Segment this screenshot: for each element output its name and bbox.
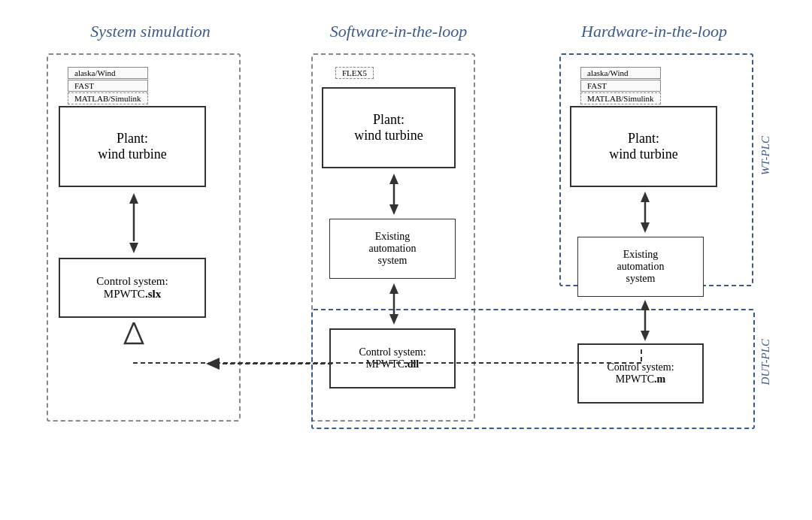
bottom-line-svg <box>133 349 644 372</box>
col1-control-line1: Control system: <box>96 275 168 288</box>
col1-plant-box: Plant: wind turbine <box>59 106 206 187</box>
col3-arrow-plant-auto <box>635 192 656 236</box>
diagram-container: System simulation Software-in-the-loop H… <box>23 16 789 504</box>
col3-auto-line3: system <box>626 273 656 285</box>
col1-label-stack: alaska/Wind FAST MATLAB/Simulink <box>68 67 148 104</box>
col1-label-matlab: MATLAB/Simulink <box>68 92 148 104</box>
col1-arrow-svg <box>123 193 144 253</box>
header-col3: Hardware-in-the-loop <box>549 22 759 41</box>
col3-arrow-pa-svg <box>635 192 656 233</box>
svg-marker-7 <box>389 283 398 294</box>
col2-auto-line3: system <box>378 255 408 267</box>
col2-plant-box: Plant: wind turbine <box>322 87 456 168</box>
col1-bottom-arrow-svg <box>123 322 144 349</box>
col1-control-bold: .slx <box>145 288 161 300</box>
col2-arrow-pa-svg <box>383 174 404 215</box>
wt-plc-label: WT-PLC <box>759 136 772 175</box>
col3-plant-line2: wind turbine <box>609 147 678 162</box>
col3-label-matlab: MATLAB/Simulink <box>580 92 661 104</box>
svg-marker-3 <box>125 322 143 343</box>
col1-double-arrow <box>123 193 144 256</box>
col1-control-prefix: MPWTC <box>104 288 145 300</box>
col3-auto-line2: automation <box>617 261 665 273</box>
col3-control-bold: .m <box>654 373 665 385</box>
col1-bottom-arrow <box>123 322 144 352</box>
col3-auto-line1: Existing <box>623 249 659 261</box>
col1-control-box: Control system: MPWTC.slx <box>59 258 206 318</box>
svg-marker-4 <box>389 174 398 184</box>
col2-plant-line2: wind turbine <box>354 128 423 144</box>
header-col2: Software-in-the-loop <box>301 22 496 41</box>
col2-auto-line1: Existing <box>375 231 411 243</box>
col2-plant-line1: Plant: <box>373 112 404 128</box>
col3-label-fast: FAST <box>580 80 661 92</box>
col3-control-line2: MPWTC.m <box>616 373 666 385</box>
col3-auto-box: Existing automation system <box>577 237 704 297</box>
svg-marker-0 <box>129 193 138 204</box>
svg-marker-17 <box>641 331 650 341</box>
col2-auto-line2: automation <box>369 243 417 255</box>
col2-label-stack: FLEX5 <box>335 67 374 79</box>
col3-arrow-ac-svg <box>635 300 656 341</box>
col1-plant-line2: wind turbine <box>98 147 167 162</box>
col3-label-alaska: alaska/Wind <box>580 67 661 79</box>
col2-auto-box: Existing automation system <box>329 219 456 279</box>
svg-marker-15 <box>641 300 650 310</box>
dut-plc-label: DUT-PLC <box>759 339 772 385</box>
svg-marker-14 <box>641 222 650 233</box>
svg-marker-12 <box>641 192 650 202</box>
svg-marker-6 <box>389 204 398 215</box>
col3-plant-line1: Plant: <box>628 131 659 147</box>
col3-arrow-auto-ctrl <box>635 300 656 344</box>
col3-plant-box: Plant: wind turbine <box>570 106 717 187</box>
col2-label-flex5: FLEX5 <box>335 67 374 79</box>
header-col1: System simulation <box>45 22 256 41</box>
svg-marker-2 <box>129 243 138 253</box>
col3-label-stack: alaska/Wind FAST MATLAB/Simulink <box>580 67 661 104</box>
col3-control-prefix: MPWTC <box>616 373 654 385</box>
col1-label-fast: FAST <box>68 80 148 92</box>
col1-plant-line1: Plant: <box>117 131 148 147</box>
col2-arrow-plant-auto <box>383 174 404 218</box>
bottom-dashed-line <box>133 349 644 375</box>
col1-label-alaska: alaska/Wind <box>68 67 148 79</box>
col1-control-line2: MPWTC.slx <box>104 288 161 301</box>
